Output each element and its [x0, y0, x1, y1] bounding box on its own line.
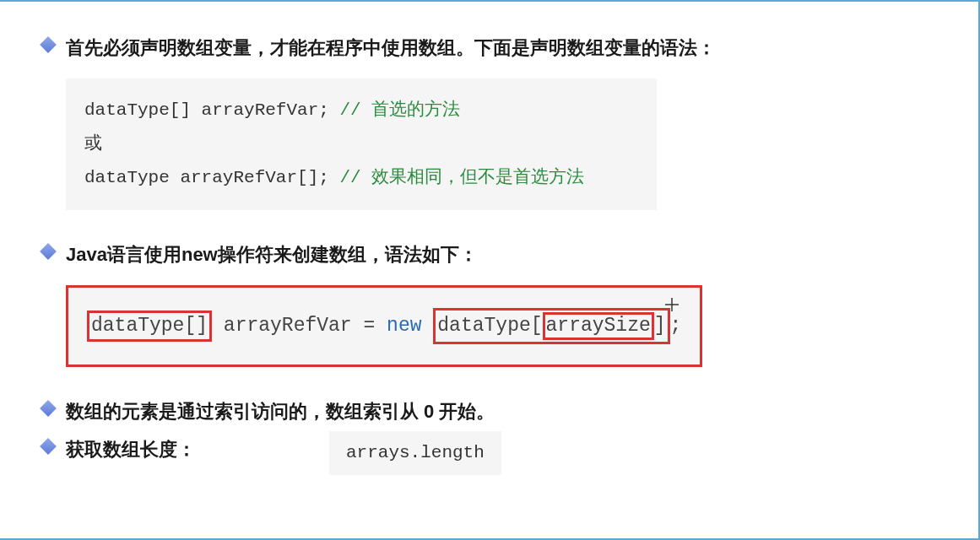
bullet-text-1: 首先必须声明数组变量，才能在程序中使用数组。下面是声明数组变量的语法： [66, 34, 716, 62]
code-block-new: dataType[] arrayRefVar = new dataType[ar… [66, 285, 702, 368]
diamond-icon [40, 438, 57, 455]
code-line: 或 [84, 127, 638, 161]
code-line: dataType arrayRefVar[]; // 效果相同，但不是首选方法 [84, 161, 638, 195]
code-line: dataType[] arrayRefVar; // 首选的方法 [84, 94, 638, 127]
highlight-box-arraysize: arraySize [543, 312, 654, 341]
diamond-icon [40, 243, 57, 260]
bullet-text-3: 数组的元素是通过索引访问的，数组索引从 0 开始。 [66, 397, 495, 425]
code-text: dataType arrayRefVar[]; [84, 168, 339, 187]
highlight-box-datatype: dataType[] [87, 310, 212, 343]
bullet-text-4: 获取数组长度： [66, 435, 196, 463]
bullet-item-2: Java语言使用new操作符来创建数组，语法如下： [42, 240, 936, 268]
code-text: dataType[ [437, 315, 542, 337]
bullet-item-3: 数组的元素是通过索引访问的，数组索引从 0 开始。 [42, 397, 936, 425]
bullet-item-1: 首先必须声明数组变量，才能在程序中使用数组。下面是声明数组变量的语法： [42, 34, 936, 62]
keyword-new: new [387, 315, 421, 337]
code-text: dataType[] arrayRefVar; [84, 100, 339, 120]
code-text: arrayRefVar = [212, 315, 387, 337]
code-block-length: arrays.length [329, 431, 501, 474]
code-space [422, 315, 434, 337]
diamond-icon [40, 400, 57, 417]
diamond-icon [40, 36, 57, 53]
code-block-new-wrap: dataType[] arrayRefVar = new dataType[ar… [66, 285, 702, 368]
highlight-box-type-size: dataType[arraySize] [433, 308, 669, 345]
code-text: ; [670, 315, 682, 337]
bullet-text-2: Java语言使用new操作符来创建数组，语法如下： [66, 240, 478, 268]
bullet-item-4: 获取数组长度： [42, 435, 196, 463]
code-text: ] [654, 315, 666, 337]
cursor-icon [665, 298, 679, 316]
code-comment: // 首选的方法 [339, 100, 460, 120]
code-comment: // 效果相同，但不是首选方法 [339, 168, 584, 187]
code-block-declare: dataType[] arrayRefVar; // 首选的方法 或 dataT… [66, 78, 657, 210]
